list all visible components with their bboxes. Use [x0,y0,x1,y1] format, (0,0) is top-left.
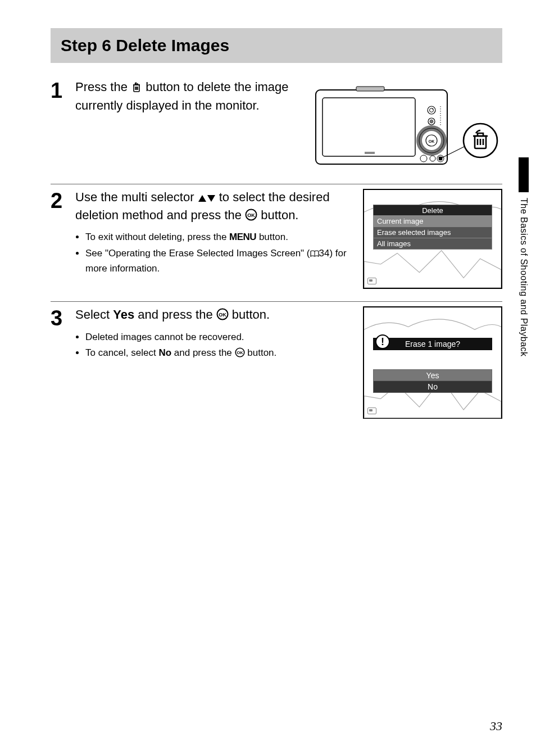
step-number: 3 [51,307,75,419]
svg-marker-20 [207,195,215,202]
text: button. [257,208,298,222]
step-number: 2 [51,190,75,291]
text: To exit without deleting, press the [85,232,229,242]
chapter-name: The Basics of Shooting and Playback [519,198,529,357]
svg-marker-19 [198,195,206,202]
alert-icon: ! [375,334,390,349]
text: and press the [171,347,234,358]
text: button. [256,232,288,242]
ok-icon: OK [235,347,245,362]
menu-item-current: Current image [373,215,492,227]
text: Press the [75,80,131,94]
memory-card-icon [367,408,376,414]
up-triangle-icon [198,190,207,207]
menu-item-all: All images [373,238,492,250]
text-no: No [158,347,171,358]
memory-card-icon [367,278,376,284]
step-number: 1 [51,80,75,174]
svg-point-12 [420,155,427,162]
sub-bullets: Deleted images cannot be recovered. To c… [75,331,357,362]
steps-list: 1 Press the button to delete the image c… [51,79,502,429]
svg-rect-2 [356,87,384,91]
delete-menu-illustration: Delete Current image Erase selected imag… [363,189,502,291]
option-no: No [373,381,492,393]
ok-icon: OK [245,209,257,225]
section-title-bar: Step 6 Delete Images [51,28,502,63]
text: Select [75,307,113,322]
step-text: Use the multi selector to select the des… [75,189,357,291]
text: Use the multi selector [75,190,198,204]
menu-item-selected-images: Erase selected images [373,227,492,238]
confirm-screen-illustration: ! Erase 1 image? Yes No [363,306,502,419]
section-title: Step 6 Delete Images [61,36,492,55]
sidebar-tab: The Basics of Shooting and Playback [511,157,536,407]
trash-icon [131,80,142,97]
confirm-prompt: Erase 1 image? [373,338,492,350]
text: To cancel, select [85,347,158,358]
svg-text:OK: OK [219,312,226,318]
manual-page: Step 6 Delete Images 1 Press the button … [0,0,536,756]
svg-rect-18 [365,152,375,154]
camera-back-illustration: OK [311,79,502,174]
text: button. [245,347,277,358]
svg-point-13 [430,156,435,161]
page-number: 33 [490,719,502,734]
text-yes: Yes [113,307,134,322]
svg-point-9 [432,108,433,110]
svg-text:OK: OK [237,350,243,355]
svg-text:OK: OK [429,139,435,143]
text: button. [229,307,270,322]
step-text: Press the button to delete the image cur… [75,79,306,174]
option-yes: Yes [373,369,492,382]
sub-bullets: To exit without deleting, press the MENU… [75,230,357,275]
down-triangle-icon [207,190,216,207]
tab-marker [519,157,529,192]
page-ref: 34 [319,248,330,259]
page-ref-icon [310,248,319,262]
svg-text:OK: OK [247,212,255,218]
text: Deleted images cannot be recovered. [85,331,357,345]
svg-point-7 [428,106,435,114]
svg-rect-1 [322,98,415,156]
text: and press the [134,307,216,322]
step-1: 1 Press the button to delete the image c… [51,79,502,184]
menu-title: Delete [373,205,492,216]
menu-icon: MENU [229,232,256,242]
step-2: 2 Use the multi selector to select the d… [51,189,502,302]
step-text: Select Yes and press the OK button. Dele… [75,306,357,419]
step-3: 3 Select Yes and press the OK button. De… [51,306,502,429]
ok-icon: OK [216,308,229,325]
text: See "Operating the Erase Selected Images… [85,248,310,259]
